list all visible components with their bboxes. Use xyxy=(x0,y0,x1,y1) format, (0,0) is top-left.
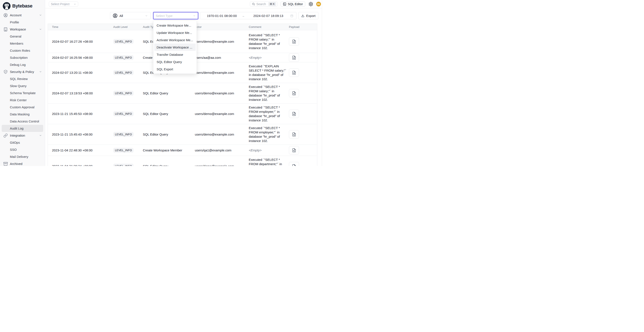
sidebar-item-sql-review[interactable]: SQL Review xyxy=(0,75,45,82)
sidebar-item-label: Workspace xyxy=(10,27,26,31)
user-avatar[interactable]: DE xyxy=(316,2,321,6)
type-option[interactable]: Create Workspace Me... xyxy=(154,22,196,29)
date-from-value[interactable]: 1970-01-01 08:00:00 xyxy=(207,14,237,17)
topbar: Select Project Search ⌘ K SQL Editor DE xyxy=(45,0,322,8)
file-search-icon xyxy=(292,164,296,166)
file-search-icon xyxy=(292,39,296,44)
sidebar: Bytebase Account Profile Workspace Gener… xyxy=(0,0,45,166)
sidebar-item-audit-log[interactable]: Audit Log xyxy=(2,125,43,132)
payload-view-button[interactable] xyxy=(289,162,299,166)
sidebar-item-account[interactable]: Account xyxy=(0,11,45,19)
sidebar-item-general[interactable]: General xyxy=(0,33,45,40)
bytebase-logo[interactable]: Bytebase xyxy=(0,0,45,11)
audit-level-badge: LEVEL_INFO xyxy=(113,55,134,60)
file-search-icon xyxy=(292,91,296,95)
search-icon xyxy=(252,2,255,5)
audit-level-badge: LEVEL_INFO xyxy=(113,91,134,96)
sidebar-item-schema-template[interactable]: Schema Template xyxy=(0,89,45,97)
cell-actor: users/qa1@example.com xyxy=(195,149,249,152)
type-option[interactable]: Activate Workspace Me... xyxy=(154,36,196,43)
cell-audit-type: Create Workspace Member xyxy=(143,149,195,152)
date-range-picker[interactable]: 1970-01-01 08:00:00 → 2024-02-07 18:09:1… xyxy=(200,12,296,19)
sidebar-item-data-masking[interactable]: Data Masking xyxy=(0,111,45,118)
payload-view-button[interactable] xyxy=(289,110,299,118)
type-option[interactable]: Transfer Database xyxy=(154,51,196,58)
sidebar-item-label: Integration xyxy=(10,134,25,137)
file-search-icon xyxy=(292,112,296,116)
chevron-down-icon xyxy=(74,3,76,5)
sql-editor-button[interactable]: SQL Editor xyxy=(280,1,305,7)
table-row: 2023-11-21 15:45:43 +08:00 LEVEL_INFO SQ… xyxy=(48,124,317,145)
sidebar-item-members[interactable]: Members xyxy=(0,40,45,47)
audit-level-badge: LEVEL_INFO xyxy=(113,132,134,137)
cell-comment: Executed `"SELECT * FROM employee;"` in … xyxy=(249,105,288,123)
cell-actor: users/demo@example.com xyxy=(195,71,249,74)
type-option[interactable]: SQL Editor Query xyxy=(154,58,196,65)
sidebar-item-data-access-control[interactable]: Data Access Control xyxy=(0,118,45,125)
sidebar-item-security-policy[interactable]: Security & Policy xyxy=(0,68,45,75)
payload-view-button[interactable] xyxy=(289,68,299,77)
sidebar-item-custom-approval[interactable]: Custom Approval xyxy=(0,104,45,111)
payload-view-button[interactable] xyxy=(289,37,299,46)
sidebar-item-workspace[interactable]: Workspace xyxy=(0,26,45,33)
shield-check-icon xyxy=(4,70,8,74)
type-dropdown-menu: Create Workspace Me... Update Workspace … xyxy=(153,20,197,74)
chevron-down-icon xyxy=(39,14,42,16)
sidebar-item-gitops[interactable]: GitOps xyxy=(0,139,45,146)
col-actor: Actor xyxy=(195,25,249,28)
terminal-icon xyxy=(283,2,286,6)
payload-view-button[interactable] xyxy=(289,146,299,155)
arrow-right-icon: → xyxy=(242,14,245,17)
cell-comment: Executed `"SELECT * FROM salary;"` in da… xyxy=(249,85,288,102)
window-right-edge xyxy=(322,0,322,166)
sidebar-item-custom-roles[interactable]: Custom Roles xyxy=(0,47,45,54)
file-search-icon xyxy=(292,132,296,137)
audit-level-badge: LEVEL_INFO xyxy=(113,39,134,44)
select-project-dropdown[interactable]: Select Project xyxy=(49,1,78,7)
type-option[interactable]: Deactivate Workspace ... xyxy=(154,43,196,51)
cell-comment: Executed `"SELECT * FROM department;"` i… xyxy=(249,158,288,166)
payload-view-button[interactable] xyxy=(289,89,299,97)
export-button[interactable]: Export xyxy=(298,12,318,19)
calendar-icon[interactable] xyxy=(290,14,294,17)
table-row: 2023-11-04 21:26:24 +08:00 LEVEL_INFO SQ… xyxy=(48,156,317,166)
sidebar-item-subscription[interactable]: Subscription xyxy=(0,54,45,61)
cell-time: 2024-02-07 16:27:26 +08:00 xyxy=(52,40,113,43)
cell-actor: users/demo@example.com xyxy=(195,112,249,116)
chevron-down-icon xyxy=(39,134,42,137)
cell-actor: users/demo@example.com xyxy=(195,91,249,95)
sidebar-item-sso[interactable]: SSO xyxy=(0,146,45,153)
cell-actor: users/demo@example.com xyxy=(195,164,249,166)
sidebar-item-debug-log[interactable]: Debug Log xyxy=(0,61,45,68)
search-input[interactable]: Search ⌘ K xyxy=(250,1,278,7)
payload-view-button[interactable] xyxy=(289,53,299,62)
brand-name: Bytebase xyxy=(12,3,32,9)
cell-time: 2024-02-07 13:20:11 +08:00 xyxy=(52,71,113,74)
type-option[interactable]: SQL Export xyxy=(154,65,196,73)
building-icon xyxy=(4,27,8,31)
sidebar-item-slow-query[interactable]: Slow Query xyxy=(0,82,45,89)
sidebar-item-integration[interactable]: Integration xyxy=(0,132,45,139)
date-to-value[interactable]: 2024-02-07 18:09:13 xyxy=(253,14,283,17)
sidebar-item-archived[interactable]: Archived xyxy=(0,160,45,166)
cell-comment: <Empty> xyxy=(249,56,288,60)
audit-level-badge: LEVEL_INFO xyxy=(113,148,134,153)
sidebar-item-risk-center[interactable]: Risk Center xyxy=(0,97,45,104)
file-search-icon xyxy=(292,71,296,75)
audit-level-badge: LEVEL_INFO xyxy=(113,111,134,116)
file-search-icon xyxy=(292,56,296,60)
actor-filter-dropdown[interactable]: All xyxy=(110,12,150,19)
payload-view-button[interactable] xyxy=(289,130,299,139)
file-search-icon xyxy=(292,148,296,153)
cell-actor: users/aa@aa.com xyxy=(195,56,249,59)
sidebar-item-label: Archived xyxy=(10,162,22,166)
sidebar-item-profile[interactable]: Profile xyxy=(0,19,45,26)
chevron-down-icon xyxy=(39,70,42,73)
cell-comment: Executed `"SELECT * FROM employee;"` in … xyxy=(249,126,288,143)
cell-time: 2024-02-07 13:19:53 +08:00 xyxy=(52,91,113,95)
cell-audit-type: SQL Editor Query xyxy=(143,133,195,136)
sidebar-item-mail-delivery[interactable]: Mail Delivery xyxy=(0,153,45,160)
type-filter-dropdown[interactable]: Select Type xyxy=(153,12,198,19)
settings-gear-icon[interactable] xyxy=(308,2,313,6)
type-option[interactable]: Update Workspace Me... xyxy=(154,29,196,36)
